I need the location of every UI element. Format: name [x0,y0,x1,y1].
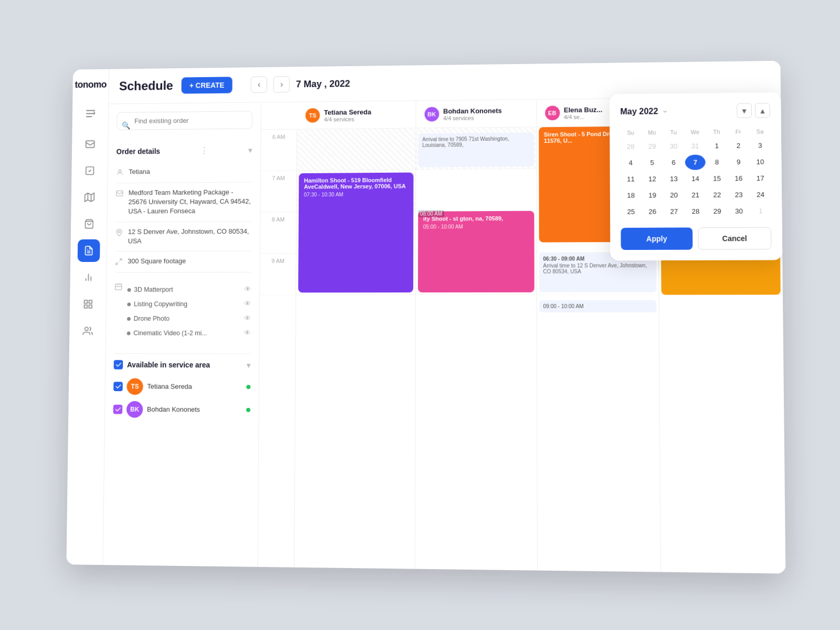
calendar-day-30[interactable]: 30 [663,139,684,154]
available-checkbox[interactable] [114,360,123,370]
sidebar-item-map[interactable] [78,186,101,208]
service-item-2: Listing Copywriting 👁 [127,296,251,311]
address1-text: Medford Team Marketing Package - 25676 U… [128,187,252,216]
sidebar-item-orders[interactable] [78,213,100,235]
calendar-day-13[interactable]: 13 [664,171,684,186]
event-pink-time: 05:00 - 10:00 AM [423,224,529,230]
calendar-day-1[interactable]: 1 [750,203,771,218]
time-slot-7am: 7 AM [260,171,296,212]
svg-rect-15 [89,300,92,303]
sidebar-toggle[interactable] [80,104,101,123]
calendar-day-23[interactable]: 23 [729,187,750,202]
calendar-day-31[interactable]: 31 [685,138,705,153]
service-item-3: Drone Photo 👁 [127,311,251,326]
calendar-day-15[interactable]: 15 [707,171,727,186]
cal-header-th: Th [706,127,727,137]
apply-button[interactable]: Apply [621,227,692,250]
calendar-day-12[interactable]: 12 [642,171,663,186]
calendar-day-2[interactable]: 2 [728,138,749,153]
logo: tonomo [71,79,111,90]
calendar-day-7[interactable]: 7 [685,154,706,170]
calendar-day-24[interactable]: 24 [750,187,771,202]
agent-name-1: Tetiana Sereda [147,383,192,391]
calendar-day-18[interactable]: 18 [621,188,641,203]
event-title: Hamilton Shoot - 519 Bloomfield AveCaldw… [304,177,408,190]
eye-icon-3[interactable]: 👁 [244,314,251,322]
agent-col-header-2: BK Bohdan Kononets 4/4 services [416,100,536,128]
search-input[interactable] [117,111,253,130]
calendar-day-5[interactable]: 5 [642,155,663,170]
agent-avatar-2: BK [127,401,143,418]
svg-rect-16 [84,305,87,308]
eye-icon-2[interactable]: 👁 [244,299,251,308]
order-details-menu[interactable]: ⋮ [200,146,208,156]
next-date-button[interactable]: › [274,76,290,93]
sidebar-item-reports[interactable] [77,266,99,289]
calendar-down-btn[interactable]: ▾ [737,103,752,118]
calendar-day-6[interactable]: 6 [664,155,684,170]
search-icon: 🔍 [122,121,131,130]
col-name-3: Elena Buz... [564,106,603,114]
calendar-day-10[interactable]: 10 [750,154,771,170]
calendar-day-16[interactable]: 16 [728,171,749,186]
order-details-collapse[interactable]: ▾ [248,145,253,155]
sidebar-item-inbox[interactable] [79,133,101,155]
calendar-day-29[interactable]: 29 [707,204,728,219]
col-name-1: Tetiana Sereda [324,108,371,116]
grid-cell-2-2 [416,169,536,212]
eye-icon-1[interactable]: 👁 [244,285,251,293]
calendar-day-20[interactable]: 20 [664,187,684,203]
sidebar: tonomo [66,69,109,565]
event-hamilton[interactable]: Hamilton Shoot - 519 Bloomfield AveCaldw… [298,173,413,293]
calendar-day-25[interactable]: 25 [621,204,641,219]
page-title: Schedule [119,79,173,93]
calendar-day-26[interactable]: 26 [642,204,663,219]
services-section: 3D Matterport 👁 Listing Copywriting 👁 Dr… [114,272,251,345]
available-collapse[interactable]: ▾ [247,360,251,370]
calendar-up-btn[interactable]: ▴ [755,103,770,118]
col-services-2: 4/4 services [443,114,502,121]
svg-point-21 [118,230,120,233]
calendar-day-21[interactable]: 21 [685,187,706,203]
agent-checkbox-2[interactable] [113,405,123,414]
calendar-day-28[interactable]: 28 [621,139,641,154]
available-section: Available in service area ▾ TS Tetiana S… [113,353,250,422]
calendar-day-28[interactable]: 28 [685,204,706,219]
col-services-1: 4/4 services [324,116,371,122]
calendar-day-9[interactable]: 9 [728,154,749,170]
calendar-day-8[interactable]: 8 [707,154,727,170]
calendar-day-14[interactable]: 14 [685,171,706,186]
sidebar-item-schedule[interactable] [77,239,100,262]
calendar-day-19[interactable]: 19 [642,187,663,203]
current-date-label: 7 May , 2022 [296,78,350,90]
calendar-day-30[interactable]: 30 [729,203,750,218]
eye-icon-4[interactable]: 👁 [244,329,251,337]
agent-name-2: Bohdan Kononets [147,405,200,413]
sidebar-item-tasks[interactable] [78,160,101,182]
sidebar-item-grid[interactable] [77,293,99,316]
svg-marker-5 [85,193,94,202]
calendar-day-17[interactable]: 17 [750,171,771,186]
agent-col-header-1: TS Tetiana Sereda 4/4 services [297,101,416,129]
calendar-day-29[interactable]: 29 [642,139,663,154]
calendar-day-27[interactable]: 27 [664,204,684,219]
time-slot-9am: 9 AM [260,254,296,295]
calendar-day-4[interactable]: 4 [621,155,641,170]
app-window: tonomo [66,61,785,574]
order-details-title: Order details [116,147,160,155]
agent-checkbox-1[interactable] [113,382,123,391]
svg-point-19 [119,170,121,172]
arrival-text-2: Arrival time to 12 S Denver Ave, Johnsto… [543,262,652,275]
calendar-day-11[interactable]: 11 [621,171,641,186]
sidebar-item-users[interactable] [76,320,99,342]
location-icon [116,228,123,238]
create-button[interactable]: + CREATE [181,77,233,93]
order-details-header: Order details ⋮ ▾ [116,145,252,156]
calendar-day-1[interactable]: 1 [707,138,727,153]
cancel-button[interactable]: Cancel [698,227,771,250]
event-pink[interactable]: ity Shoot - st gton, na, 70589, 05:00 - … [418,211,534,292]
prev-date-button[interactable]: ‹ [251,76,267,93]
calendar-day-3[interactable]: 3 [750,138,771,153]
customer-name: Tetiana [129,167,150,176]
calendar-day-22[interactable]: 22 [707,187,727,202]
